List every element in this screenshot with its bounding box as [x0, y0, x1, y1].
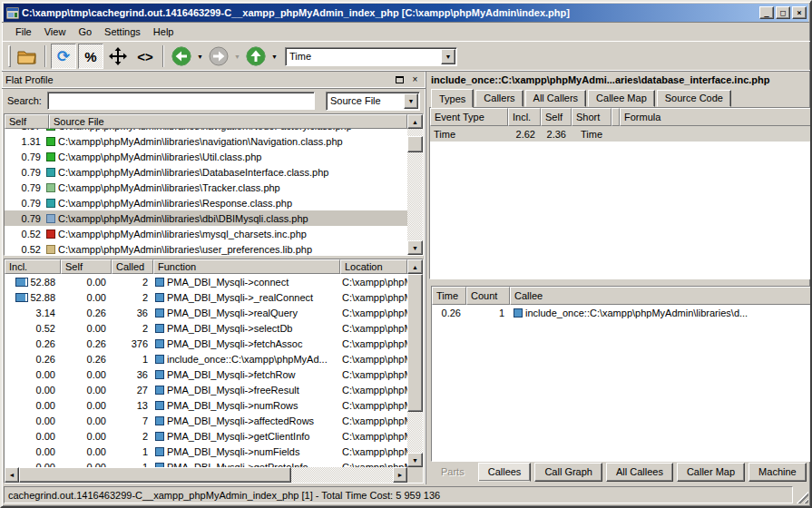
back-button[interactable]	[169, 44, 194, 69]
function-row[interactable]: 0.260.26376PMA_DBI_Mysqli->fetchAssocC:\…	[5, 336, 407, 351]
event-types-header-col-incl[interactable]: Incl.	[508, 108, 541, 126]
forward-button[interactable]	[206, 44, 231, 69]
source-files-vscrollbar[interactable]: ▲ ▼	[407, 114, 423, 255]
scrollbar-thumb[interactable]	[407, 136, 423, 152]
caret-down-icon: ▼	[197, 54, 203, 60]
bottom-tab-callees[interactable]: Callees	[478, 463, 532, 482]
cycle-layout-button[interactable]: <>	[132, 44, 158, 69]
function-row[interactable]: 52.880.002PMA_DBI_Mysqli->connectC:\xamp…	[5, 274, 407, 289]
menu-item-help[interactable]: Help	[147, 24, 181, 40]
source-file-path: C:\xampp\phpMyAdmin\libraries\Tracker.cl…	[58, 182, 407, 193]
minimize-button[interactable]: _	[759, 6, 774, 19]
functions-header-col-incl[interactable]: Incl.	[5, 259, 61, 274]
functions-hscrollbar[interactable]: ◄ ►	[5, 467, 423, 483]
event-types-header-col-short[interactable]: Short	[572, 108, 611, 126]
dock-arrange-button[interactable]	[105, 44, 131, 69]
scrollbar-thumb[interactable]	[19, 467, 291, 483]
source-files-header-col-source-file[interactable]: Source File	[49, 114, 407, 129]
open-file-button[interactable]	[15, 44, 40, 69]
functions-rows: 52.880.002PMA_DBI_Mysqli->connectC:\xamp…	[5, 274, 407, 467]
function-row[interactable]: 0.000.0036PMA_DBI_Mysqli->fetchRowC:\xam…	[5, 366, 407, 382]
tab-types[interactable]: Types	[431, 89, 474, 108]
menu-item-go[interactable]: Go	[72, 24, 98, 40]
bottom-tab-caller-map[interactable]: Caller Map	[677, 463, 745, 482]
callees-header-col-callee[interactable]: Callee	[510, 287, 812, 305]
resize-grip[interactable]	[795, 490, 808, 503]
event-type-row[interactable]: Time2.622.36Time	[430, 126, 812, 142]
callees-header-col-time[interactable]: Time	[432, 287, 466, 305]
scroll-down-button[interactable]: ▼	[407, 453, 423, 467]
source-file-row[interactable]: 1.31C:\xampp\phpMyAdmin\libraries\naviga…	[5, 133, 407, 149]
panel-splitter[interactable]	[429, 279, 812, 286]
scrollbar-thumb[interactable]	[407, 274, 423, 412]
toolbar-handle[interactable]	[8, 45, 11, 67]
back-dropdown-caret[interactable]: ▼	[195, 44, 205, 69]
scroll-down-button[interactable]: ▼	[407, 240, 423, 255]
functions-header-col-function[interactable]: Function	[153, 259, 340, 274]
function-row[interactable]: 0.260.261include_once::C:\xampp\phpMyAd.…	[5, 351, 407, 366]
refresh-button[interactable]: ⟳	[51, 44, 76, 69]
functions-header-col-self[interactable]: Self	[61, 259, 112, 274]
function-row[interactable]: 0.000.001PMA_DBI_Mysqli->getProtoInfoC:\…	[5, 459, 407, 467]
grouping-combobox[interactable]: Source File ▼	[326, 92, 420, 111]
source-file-row[interactable]: 0.79C:\xampp\phpMyAdmin\libraries\Util.c…	[5, 149, 407, 164]
scroll-left-button[interactable]: ◄	[5, 467, 19, 483]
function-cell: PMA_DBI_Mysqli->fetchRow	[153, 369, 340, 380]
close-button[interactable]: ×	[792, 6, 807, 19]
tab-source-code[interactable]: Source Code	[657, 90, 731, 107]
tab-callers[interactable]: Callers	[475, 90, 523, 107]
up-button[interactable]	[243, 44, 269, 69]
function-row[interactable]: 0.520.002PMA_DBI_Mysqli->selectDbC:\xamp…	[5, 320, 407, 336]
functions-vscrollbar[interactable]: ▲ ▼	[407, 259, 423, 467]
function-row[interactable]: 3.140.2636PMA_DBI_Mysqli->realQueryC:\xa…	[5, 305, 407, 320]
bottom-tab-machine[interactable]: Machine	[748, 463, 807, 482]
function-row[interactable]: 0.000.0027PMA_DBI_Mysqli->freeResultC:\x…	[5, 382, 407, 397]
title-bar[interactable]: C:\xampp\tmp\cachegrind.out.1416463299-C…	[4, 4, 808, 22]
combobox-dropdown-button[interactable]: ▼	[441, 49, 455, 64]
callee-row[interactable]: 0.261include_once::C:\xampp\phpMyAdmin\l…	[432, 305, 812, 320]
scroll-right-button[interactable]: ►	[393, 467, 407, 483]
function-row[interactable]: 0.000.0013PMA_DBI_Mysqli->numRowsC:\xamp…	[5, 397, 407, 413]
dock-float-button[interactable]	[393, 73, 406, 86]
function-name: PMA_DBI_Mysqli->freeResult	[167, 385, 299, 396]
functions-header-col-called[interactable]: Called	[112, 259, 153, 274]
dock-titlebar[interactable]: Flat Profile ×	[2, 72, 426, 89]
event-types-header-col-formula[interactable]: Formula	[620, 108, 812, 126]
event-types-header-col-event-type[interactable]: Event Type	[430, 108, 508, 126]
source-files-header-col-self[interactable]: Self	[5, 114, 49, 129]
scroll-up-button[interactable]: ▲	[407, 259, 423, 274]
source-file-row[interactable]: 0.79C:\xampp\phpMyAdmin\libraries\Respon…	[5, 195, 407, 210]
source-file-row[interactable]: 0.52C:\xampp\phpMyAdmin\libraries\user_p…	[5, 241, 407, 255]
bottom-tab-parts[interactable]: Parts	[431, 463, 474, 482]
location-value: C:\xampp\phpMy...	[340, 308, 407, 318]
function-row[interactable]: 0.000.007PMA_DBI_Mysqli->affectedRowsC:\…	[5, 413, 407, 428]
source-file-row[interactable]: 0.79C:\xampp\phpMyAdmin\libraries\dbi\DB…	[5, 210, 407, 226]
functions-header-col-location[interactable]: Location	[340, 259, 407, 274]
event-types-header-col-blank[interactable]	[611, 108, 620, 126]
maximize-button[interactable]: □	[776, 6, 790, 19]
scroll-up-button[interactable]: ▲	[407, 114, 423, 129]
menu-item-view[interactable]: View	[38, 24, 73, 40]
source-file-row[interactable]: 0.52C:\xampp\phpMyAdmin\libraries\mysql_…	[5, 226, 407, 241]
event-types-header-col-self[interactable]: Self	[541, 108, 572, 126]
function-row[interactable]: 0.000.001PMA_DBI_Mysqli->numFieldsC:\xam…	[5, 444, 407, 459]
tab-callee-map[interactable]: Callee Map	[588, 90, 655, 107]
forward-dropdown-caret[interactable]: ▼	[232, 44, 242, 69]
up-dropdown-caret[interactable]: ▼	[269, 44, 279, 69]
function-row[interactable]: 0.000.002PMA_DBI_Mysqli->getClientInfoC:…	[5, 428, 407, 444]
menu-item-settings[interactable]: Settings	[98, 24, 147, 40]
dock-close-button[interactable]: ×	[408, 73, 422, 86]
tab-all-callers[interactable]: All Callers	[525, 90, 587, 107]
bottom-tab-all-callees[interactable]: All Callees	[606, 463, 673, 482]
bottom-tab-call-graph[interactable]: Call Graph	[534, 463, 602, 482]
function-row[interactable]: 52.880.002PMA_DBI_Mysqli->_realConnectC:…	[5, 289, 407, 305]
search-input[interactable]	[47, 92, 315, 110]
up-icon	[246, 46, 266, 66]
source-file-row[interactable]: 0.79C:\xampp\phpMyAdmin\libraries\Tracke…	[5, 180, 407, 195]
percent-toggle-button[interactable]: %	[78, 44, 103, 69]
callees-header-col-count[interactable]: Count	[466, 287, 510, 305]
menu-item-file[interactable]: File	[9, 24, 38, 40]
combobox-dropdown-button[interactable]: ▼	[404, 93, 418, 109]
event-type-combobox[interactable]: Time ▼	[285, 47, 457, 66]
source-file-row[interactable]: 0.79C:\xampp\phpMyAdmin\libraries\Databa…	[5, 164, 407, 180]
